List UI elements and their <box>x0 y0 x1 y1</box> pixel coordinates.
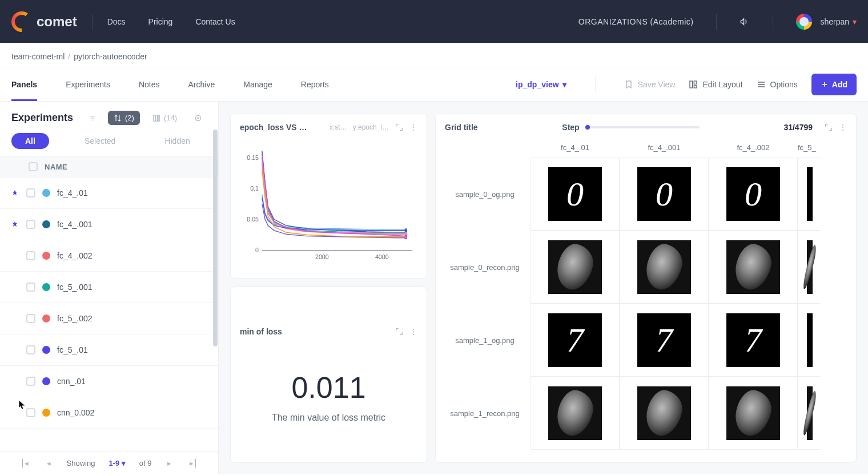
divider <box>716 14 717 30</box>
svg-text:0.05: 0.05 <box>247 216 259 223</box>
tab-archive[interactable]: Archive <box>188 67 215 101</box>
grid-cell[interactable]: 7 <box>620 304 709 377</box>
metric-panel: min of loss ⋮ 0.011 The min value of los… <box>230 287 427 463</box>
experiment-checkbox[interactable] <box>26 408 35 417</box>
experiment-checkbox[interactable] <box>26 283 35 292</box>
grid-cell[interactable] <box>709 377 798 450</box>
svg-point-19 <box>404 232 407 235</box>
experiment-row[interactable]: fc_5_.002 <box>0 303 218 334</box>
pager-range[interactable]: 1-9 ▾ <box>108 459 125 467</box>
edit-layout-button[interactable]: Edit Layout <box>689 80 742 89</box>
grid-row-header: sample_1_og.png <box>445 336 531 345</box>
tab-manage[interactable]: Manage <box>243 67 272 101</box>
experiment-checkbox[interactable] <box>26 314 35 323</box>
target-chip[interactable] <box>190 111 207 125</box>
grid-row-header: sample_1_recon.png <box>445 409 531 418</box>
grid-cell[interactable]: 0 <box>709 158 798 231</box>
experiment-row[interactable]: fc_4_.002 <box>0 240 218 272</box>
filter-chip[interactable] <box>84 111 101 125</box>
grid-cell[interactable] <box>620 231 709 304</box>
scrollbar-thumb[interactable] <box>213 130 218 346</box>
svg-point-23 <box>404 235 407 237</box>
experiment-row[interactable]: fc_4_.001 <box>0 209 218 240</box>
sample-thumb <box>726 386 780 440</box>
logo[interactable]: comet <box>11 11 77 32</box>
more-icon[interactable]: ⋮ <box>409 123 417 132</box>
experiment-checkbox[interactable] <box>26 251 35 260</box>
nav-docs[interactable]: Docs <box>107 17 126 26</box>
pager-next-icon[interactable]: ▸ <box>165 459 174 467</box>
checkbox-all[interactable] <box>29 162 38 171</box>
svg-point-6 <box>195 115 200 120</box>
pager: ⎮◂ ◂ Showing 1-9 ▾ of 9 ▸ ▸⎮ <box>0 451 218 474</box>
pill-all[interactable]: All <box>11 133 49 149</box>
grid-cell[interactable] <box>798 304 821 377</box>
pager-first-icon[interactable]: ⎮◂ <box>18 459 31 467</box>
grid-cell[interactable]: 0 <box>531 158 620 231</box>
view-dropdown[interactable]: ip_dp_view ▾ <box>516 80 566 89</box>
pill-selected[interactable]: Selected <box>71 133 129 149</box>
sidebar: Experiments (2) (14) All Selected Hidden <box>0 102 219 474</box>
org-dropdown[interactable]: ORGANIZATIONS (Academic) <box>578 17 694 26</box>
columns-chip[interactable]: (14) <box>147 111 183 125</box>
experiment-checkbox[interactable] <box>26 220 35 229</box>
pager-showing: Showing <box>67 459 95 467</box>
grid-cell[interactable]: 0 <box>620 158 709 231</box>
save-view-button[interactable]: Save View <box>624 80 676 89</box>
sample-thumb: 0 <box>637 167 691 221</box>
metric-subtitle: The min value of loss metric <box>272 413 385 423</box>
experiment-checkbox[interactable] <box>26 188 35 197</box>
avatar[interactable] <box>796 14 812 30</box>
metric-title: min of loss <box>240 327 389 336</box>
grid-cell[interactable] <box>531 231 620 304</box>
sample-thumb <box>807 240 813 294</box>
more-icon[interactable]: ⋮ <box>839 123 847 132</box>
experiment-row[interactable]: fc_5_.001 <box>0 272 218 303</box>
experiment-row[interactable]: fc_4_.01 <box>0 178 218 209</box>
experiment-checkbox[interactable] <box>26 345 35 354</box>
sort-chip[interactable]: (2) <box>108 111 140 125</box>
step-slider[interactable] <box>585 126 700 128</box>
nav-contact[interactable]: Contact Us <box>195 17 235 26</box>
user-menu[interactable]: sherpan ▾ <box>820 17 857 26</box>
grid-columns: fc_4_.01fc_4_.001fc_4_.002fc_5_ <box>445 140 847 158</box>
nav-pricing[interactable]: Pricing <box>148 17 173 26</box>
step-label: Step <box>562 123 579 132</box>
grid-cell[interactable] <box>620 377 709 450</box>
expand-icon[interactable] <box>824 123 833 132</box>
color-dot <box>42 252 50 260</box>
expand-icon[interactable] <box>395 123 404 132</box>
tab-reports[interactable]: Reports <box>301 67 329 101</box>
sample-thumb <box>807 386 813 440</box>
grid-cell[interactable] <box>709 231 798 304</box>
menu-icon <box>757 80 766 89</box>
experiment-name: fc_4_.002 <box>57 251 93 260</box>
crumb-team[interactable]: team-comet-ml <box>11 52 65 61</box>
pill-hidden[interactable]: Hidden <box>151 133 203 149</box>
expand-icon[interactable] <box>395 327 404 336</box>
tab-notes[interactable]: Notes <box>139 67 160 101</box>
tab-panels[interactable]: Panels <box>11 67 37 101</box>
pager-last-icon[interactable]: ▸⎮ <box>187 459 200 467</box>
experiment-row[interactable]: fc_5_.01 <box>0 334 218 366</box>
more-icon[interactable]: ⋮ <box>409 327 417 336</box>
grid-cell[interactable] <box>798 377 821 450</box>
grid-cell[interactable]: 7 <box>531 304 620 377</box>
grid-cell[interactable] <box>798 158 821 231</box>
grid-cell[interactable] <box>798 231 821 304</box>
megaphone-icon[interactable] <box>740 17 750 27</box>
line-chart: 00.050.10.1520004000 <box>240 138 417 269</box>
experiment-row[interactable]: cnn_0.002 <box>0 397 218 429</box>
sample-thumb: 7 <box>726 313 780 367</box>
experiment-row[interactable]: cnn_.01 <box>0 366 218 397</box>
grid-cell[interactable] <box>531 377 620 450</box>
chevron-down-icon: ▾ <box>853 17 857 26</box>
crumb-project[interactable]: pytorch-autoencoder <box>74 52 147 61</box>
grid-cell[interactable]: 7 <box>709 304 798 377</box>
options-button[interactable]: Options <box>757 80 798 89</box>
tab-experiments[interactable]: Experiments <box>66 67 110 101</box>
color-dot <box>42 409 50 417</box>
experiment-checkbox[interactable] <box>26 377 35 386</box>
add-button[interactable]: ＋ Add <box>811 74 857 95</box>
pager-prev-icon[interactable]: ◂ <box>45 459 53 467</box>
